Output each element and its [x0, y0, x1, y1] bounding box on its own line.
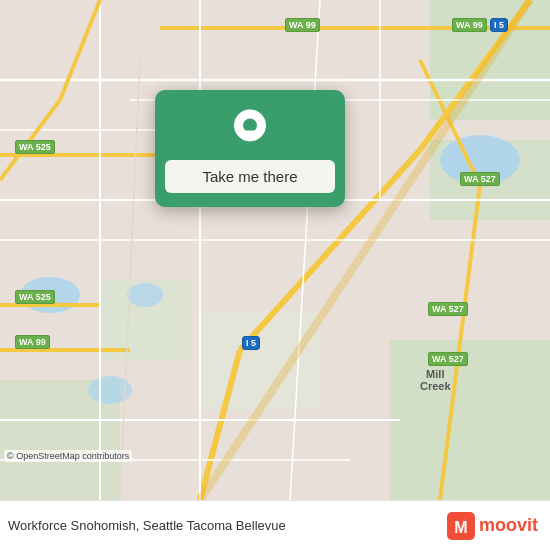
road-badge-i5-mid: I 5 — [242, 336, 260, 350]
map-svg — [0, 0, 550, 500]
place-label-mill-creek: MillCreek — [420, 368, 451, 392]
road-badge-wa527-1: WA 527 — [460, 172, 500, 186]
road-badge-wa99-top2: WA 99 — [452, 18, 487, 32]
location-title: Workforce Snohomish, Seattle Tacoma Bell… — [8, 518, 286, 533]
svg-point-9 — [127, 283, 163, 307]
moovit-logo: M moovit — [447, 512, 538, 540]
road-badge-wa99-top: WA 99 — [285, 18, 320, 32]
road-badge-wa99-left: WA 99 — [15, 335, 50, 349]
take-me-there-button[interactable]: Take me there — [165, 160, 335, 193]
map-attribution: © OpenStreetMap contributors — [4, 450, 132, 462]
svg-point-37 — [243, 118, 257, 132]
svg-text:M: M — [454, 519, 467, 536]
moovit-text: moovit — [479, 515, 538, 536]
moovit-icon: M — [447, 512, 475, 540]
location-pin-icon — [230, 108, 270, 148]
popup-card: Take me there — [155, 90, 345, 207]
road-badge-wa527-3: WA 527 — [428, 352, 468, 366]
road-badge-wa525-2: WA 525 — [15, 290, 55, 304]
road-badge-i5-top: I 5 — [490, 18, 508, 32]
map-container: WA 99 WA 99 I 5 WA 525 WA 525 WA 99 WA 5… — [0, 0, 550, 500]
road-badge-wa525-1: WA 525 — [15, 140, 55, 154]
svg-rect-3 — [390, 340, 550, 500]
road-badge-wa527-2: WA 527 — [428, 302, 468, 316]
bottom-bar: Workforce Snohomish, Seattle Tacoma Bell… — [0, 500, 550, 550]
